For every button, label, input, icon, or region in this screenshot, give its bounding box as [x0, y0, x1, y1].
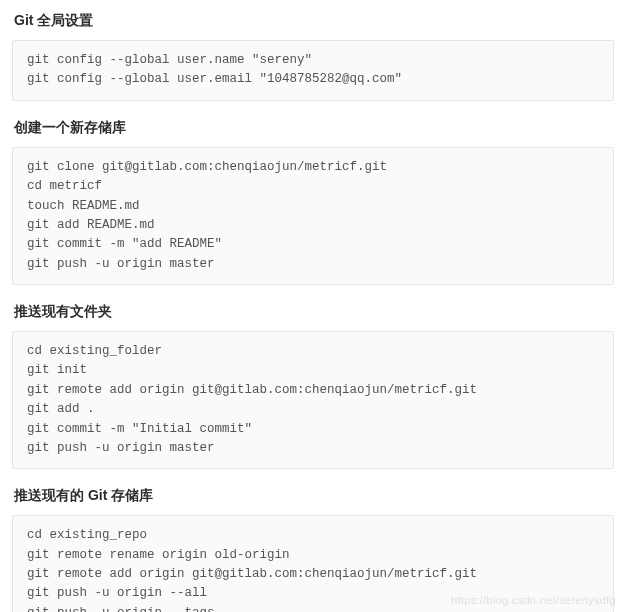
section-push-existing-folder: 推送现有文件夹 cd existing_folder git init git … — [0, 299, 626, 469]
section-title: 推送现有的 Git 存储库 — [0, 483, 626, 515]
section-title: Git 全局设置 — [0, 8, 626, 40]
code-block: cd existing_folder git init git remote a… — [12, 331, 614, 469]
section-create-new-repo: 创建一个新存储库 git clone git@gitlab.com:chenqi… — [0, 115, 626, 285]
code-block: git config --global user.name "sereny" g… — [12, 40, 614, 101]
section-git-global-settings: Git 全局设置 git config --global user.name "… — [0, 8, 626, 101]
code-block: cd existing_repo git remote rename origi… — [12, 515, 614, 612]
section-title: 推送现有文件夹 — [0, 299, 626, 331]
section-title: 创建一个新存储库 — [0, 115, 626, 147]
code-block: git clone git@gitlab.com:chenqiaojun/met… — [12, 147, 614, 285]
section-push-existing-git-repo: 推送现有的 Git 存储库 cd existing_repo git remot… — [0, 483, 626, 612]
